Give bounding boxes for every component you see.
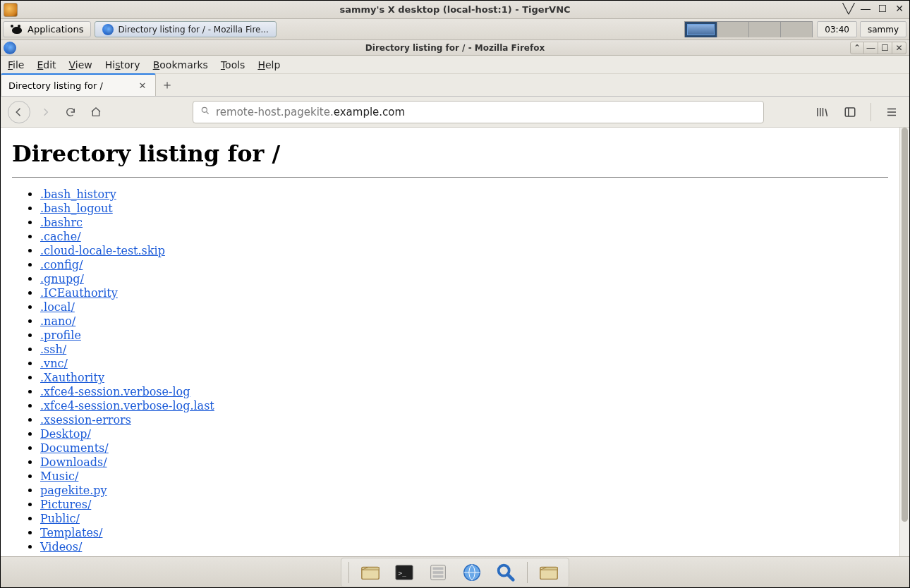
page-content[interactable]: Directory listing for / .bash_history.ba… xyxy=(1,128,899,556)
directory-entry-link[interactable]: .vnc/ xyxy=(40,357,68,370)
directory-entry-link[interactable]: Documents/ xyxy=(40,441,109,455)
menu-history[interactable]: History xyxy=(105,59,140,71)
directory-entry: .Xauthority xyxy=(40,371,888,384)
directory-entry-link[interactable]: .gnupg/ xyxy=(40,272,84,286)
dock-app-finder-button[interactable] xyxy=(493,560,518,585)
directory-entry-link[interactable]: .Xauthority xyxy=(40,371,104,384)
dock-separator xyxy=(527,562,528,583)
nav-reload-button[interactable] xyxy=(60,102,81,123)
page-scrollbar-thumb[interactable] xyxy=(902,128,908,522)
directory-entry: .vnc/ xyxy=(40,357,888,370)
nav-forward-button xyxy=(35,102,56,123)
directory-entry: Documents/ xyxy=(40,441,888,455)
workspace-switcher[interactable] xyxy=(684,21,813,37)
workspace-2[interactable] xyxy=(717,22,748,37)
dock-terminal-button[interactable]: >_ xyxy=(392,560,417,585)
tab-close-icon[interactable]: ✕ xyxy=(137,80,148,91)
directory-entry: Videos/ xyxy=(40,540,888,553)
directory-entry: Downloads/ xyxy=(40,455,888,469)
workspace-1[interactable] xyxy=(685,22,717,37)
directory-entry: .ICEauthority xyxy=(40,286,888,300)
directory-entry-link[interactable]: .xsession-errors xyxy=(40,413,131,427)
firefox-rollup-icon[interactable]: ⌃ xyxy=(850,42,864,54)
menu-view[interactable]: View xyxy=(69,59,92,71)
directory-entry: Desktop/ xyxy=(40,427,888,441)
vnc-rollup-icon[interactable]: ╲╱ xyxy=(843,3,854,14)
nav-home-button[interactable] xyxy=(85,102,107,123)
directory-entry-link[interactable]: Desktop/ xyxy=(40,427,91,441)
panel-clock[interactable]: 03:40 xyxy=(817,21,857,37)
page-viewport: Directory listing for / .bash_history.ba… xyxy=(1,128,909,556)
directory-entry-link[interactable]: pagekite.py xyxy=(40,484,107,497)
directory-entry-link[interactable]: .ssh/ xyxy=(40,343,66,356)
directory-entry: .nano/ xyxy=(40,314,888,328)
vnc-maximize-icon[interactable]: ☐ xyxy=(877,3,888,14)
directory-entry-link[interactable]: .bash_history xyxy=(40,188,116,201)
hamburger-menu-button[interactable] xyxy=(881,102,902,123)
taskbar-item-firefox[interactable]: Directory listing for / - Mozilla Fire..… xyxy=(95,21,276,37)
menu-file[interactable]: File xyxy=(8,59,24,71)
directory-entry-link[interactable]: .bash_logout xyxy=(40,202,113,215)
directory-entry: .bash_logout xyxy=(40,202,888,215)
menu-bookmarks[interactable]: Bookmarks xyxy=(153,59,208,71)
new-tab-button[interactable]: ＋ xyxy=(156,73,178,96)
workspace-window-icon xyxy=(705,25,714,34)
directory-entry: Public/ xyxy=(40,512,888,525)
directory-entry-link[interactable]: .nano/ xyxy=(40,314,75,328)
directory-entry: Music/ xyxy=(40,470,888,483)
svg-rect-6 xyxy=(433,567,444,570)
directory-entry-link[interactable]: Public/ xyxy=(40,512,80,525)
dock-web-browser-button[interactable] xyxy=(459,560,485,585)
directory-entry-link[interactable]: .profile xyxy=(40,329,81,342)
menu-help[interactable]: Help xyxy=(257,59,280,71)
directory-entry-link[interactable]: Music/ xyxy=(40,470,78,483)
firefox-maximize-icon[interactable]: ☐ xyxy=(878,42,892,54)
url-bar[interactable]: remote-host.pagekite.example.com xyxy=(193,101,764,123)
page-scrollbar-track[interactable] xyxy=(899,128,909,556)
url-text: remote-host.pagekite.example.com xyxy=(216,106,405,118)
library-button[interactable] xyxy=(811,102,832,123)
page-heading: Directory listing for / xyxy=(12,140,888,167)
directory-entry: pagekite.py xyxy=(40,484,888,497)
directory-entry: .xsession-errors xyxy=(40,413,888,427)
directory-entry: .local/ xyxy=(40,300,888,314)
directory-entry-link[interactable]: .bashrc xyxy=(40,216,83,229)
firefox-menubar: File Edit View History Bookmarks Tools H… xyxy=(1,56,909,74)
tigervnc-icon xyxy=(4,3,18,17)
dock-file-manager-button[interactable] xyxy=(425,560,451,585)
dock-home-folder-button[interactable] xyxy=(536,560,562,585)
svg-rect-8 xyxy=(433,575,444,577)
vnc-minimize-icon[interactable]: ― xyxy=(860,3,871,14)
workspace-3[interactable] xyxy=(748,22,780,37)
firefox-close-icon[interactable]: ✕ xyxy=(892,42,906,54)
directory-entry-link[interactable]: Templates/ xyxy=(40,526,102,539)
panel-user-button[interactable]: sammy xyxy=(860,21,906,37)
directory-entry-link[interactable]: .xfce4-session.verbose-log.last xyxy=(40,399,214,412)
browser-tab-active[interactable]: Directory listing for / ✕ xyxy=(1,73,156,96)
dock: >_ xyxy=(341,558,569,587)
directory-entry: .ssh/ xyxy=(40,343,888,356)
firefox-window-buttons: ⌃ ― ☐ ✕ xyxy=(850,42,906,54)
directory-entry-link[interactable]: .ICEauthority xyxy=(40,286,118,300)
vnc-window-title: sammy's X desktop (local-host:1) - Tiger… xyxy=(339,4,570,15)
directory-entry-link[interactable]: .xfce4-session.verbose-log xyxy=(40,385,190,398)
workspace-4[interactable] xyxy=(780,22,812,37)
nav-back-button[interactable] xyxy=(8,101,30,123)
directory-entry-link[interactable]: .config/ xyxy=(40,258,83,271)
menu-tools[interactable]: Tools xyxy=(221,59,245,71)
url-host-dim: remote-host.pagekite. xyxy=(216,106,334,118)
directory-entry-link[interactable]: .cache/ xyxy=(40,230,81,243)
directory-entry-link[interactable]: Videos/ xyxy=(40,540,82,553)
firefox-minimize-icon[interactable]: ― xyxy=(864,42,878,54)
directory-entry-link[interactable]: Pictures/ xyxy=(40,498,91,511)
directory-entry-link[interactable]: .local/ xyxy=(40,300,75,314)
menu-edit[interactable]: Edit xyxy=(37,59,56,71)
dock-show-desktop-button[interactable] xyxy=(358,560,383,585)
vnc-window-buttons: ╲╱ ― ☐ ✕ xyxy=(843,3,905,14)
directory-entry-link[interactable]: .cloud-locale-test.skip xyxy=(40,244,165,257)
firefox-titlebar: Directory listing for / - Mozilla Firefo… xyxy=(1,40,909,56)
directory-entry-link[interactable]: Downloads/ xyxy=(40,455,107,469)
applications-menu-button[interactable]: Applications xyxy=(3,21,91,37)
vnc-close-icon[interactable]: ✕ xyxy=(894,3,905,14)
sidebar-button[interactable] xyxy=(839,102,861,123)
